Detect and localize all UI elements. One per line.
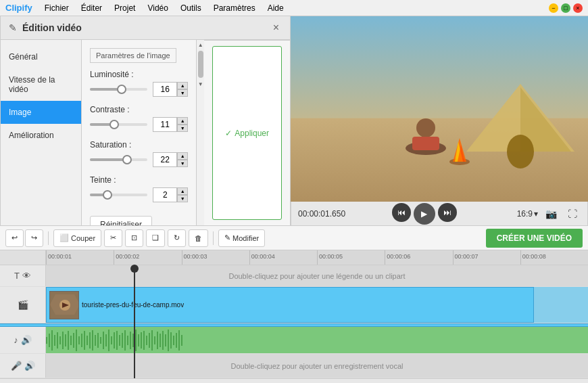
- undo-button[interactable]: ↩: [5, 229, 24, 247]
- panel-close-button[interactable]: ×: [270, 22, 282, 34]
- teinte-increment[interactable]: ▲: [177, 187, 188, 195]
- camera-icon[interactable]: 🎬: [18, 300, 28, 310]
- scroll-thumb[interactable]: [198, 51, 203, 78]
- panel-header: ✎ Édition vidéo ×: [1, 16, 290, 40]
- svg-point-4: [507, 135, 534, 168]
- scissors-button[interactable]: ✂: [104, 229, 122, 247]
- svg-rect-41: [114, 332, 115, 348]
- panel-content-wrapper: Paramètres de l'image Luminosité :: [82, 40, 204, 225]
- tab-vitesse[interactable]: Vitesse de la vidéo: [1, 68, 81, 101]
- teinte-slider[interactable]: [90, 194, 147, 196]
- tick-7: 00:00:07: [453, 250, 520, 265]
- menu-outils[interactable]: Outils: [175, 2, 207, 14]
- vocal-track-content[interactable]: Double-cliquez pour ajouter un enregistr…: [46, 354, 588, 378]
- contraste-value-wrap: ▲ ▼: [153, 117, 188, 132]
- tick-6: 00:00:06: [385, 250, 452, 265]
- modifier-button[interactable]: ✎ Modifier: [218, 229, 265, 247]
- apply-button[interactable]: ✓ Appliquer: [212, 46, 282, 220]
- svg-rect-50: [138, 334, 139, 346]
- clip-thumbnail: [49, 291, 79, 319]
- luminosite-slider[interactable]: [90, 88, 147, 91]
- section-title: Paramètres de l'image: [90, 48, 176, 63]
- luminosite-input[interactable]: [153, 82, 177, 97]
- scrollbar[interactable]: ▲ ▼: [196, 40, 204, 225]
- music-icon[interactable]: ♪: [14, 335, 18, 345]
- redo-button[interactable]: ↪: [25, 229, 43, 247]
- luminosite-row: Luminosité : ▲ ▼: [90, 70, 188, 97]
- maximize-button[interactable]: □: [561, 3, 570, 13]
- video-track-content[interactable]: touriste-pres-du-feu-de-camp.mov: [46, 287, 588, 323]
- menu-editer[interactable]: Éditer: [76, 2, 107, 14]
- saturation-increment[interactable]: ▲: [177, 152, 188, 160]
- screenshot-icon[interactable]: 📷: [542, 207, 560, 221]
- time-display: 00:00:01.650: [298, 209, 359, 219]
- tab-amelioration[interactable]: Amélioration: [1, 124, 81, 147]
- next-button[interactable]: ⏭: [438, 203, 457, 222]
- luminosite-increment[interactable]: ▲: [177, 82, 188, 89]
- microphone-icon[interactable]: 🎤: [11, 361, 22, 371]
- playhead[interactable]: [134, 265, 135, 378]
- scroll-up-button[interactable]: ▲: [197, 41, 204, 48]
- speaker-icon[interactable]: 🔊: [21, 335, 32, 345]
- menu-projet[interactable]: Projet: [109, 2, 141, 14]
- svg-rect-55: [151, 330, 153, 351]
- scroll-down-button[interactable]: ▼: [197, 81, 204, 87]
- text-track-icon[interactable]: T: [14, 271, 20, 281]
- sidebar-tabs: Général Vitesse de la vidéo Image Amélio…: [1, 40, 82, 225]
- teinte-decrement[interactable]: ▼: [177, 195, 188, 202]
- menu-video[interactable]: Vidéo: [142, 2, 173, 14]
- reset-button[interactable]: Réinitialiser: [90, 216, 152, 225]
- copy-button[interactable]: ❑: [146, 229, 165, 247]
- delete-button[interactable]: 🗑: [189, 229, 208, 247]
- video-clip[interactable]: touriste-pres-du-feu-de-camp.mov: [46, 287, 534, 323]
- audio-track-content[interactable]: [46, 327, 588, 353]
- toolbar: ↩ ↪ ⬜ Couper ✂ ⊡ ❑ ↻ 🗑 ✎ Modifier CRÉER …: [0, 226, 588, 250]
- trash-icon: 🗑: [195, 234, 202, 242]
- menu-parametres[interactable]: Paramètres: [208, 2, 261, 14]
- prev-button[interactable]: ⏮: [392, 203, 411, 222]
- saturation-input[interactable]: [153, 152, 177, 167]
- checkmark-icon: ✓: [225, 129, 232, 138]
- rotate-button[interactable]: ↻: [168, 229, 186, 247]
- text-track-content[interactable]: Double-cliquez pour ajouter une légende …: [46, 265, 588, 286]
- aspect-ratio-display[interactable]: 16:9 ▾: [517, 209, 538, 219]
- saturation-decrement[interactable]: ▼: [177, 160, 188, 167]
- teinte-input[interactable]: [153, 187, 177, 202]
- contraste-input[interactable]: [153, 117, 177, 132]
- luminosite-decrement[interactable]: ▼: [177, 89, 188, 97]
- content-scroll[interactable]: Paramètres de l'image Luminosité :: [82, 40, 196, 225]
- svg-rect-34: [95, 335, 96, 346]
- close-button[interactable]: ×: [573, 3, 583, 13]
- speaker-icon-2[interactable]: 🔊: [24, 361, 35, 371]
- minimize-button[interactable]: −: [549, 3, 558, 13]
- contraste-slider[interactable]: [90, 123, 147, 126]
- tab-general[interactable]: Général: [1, 45, 81, 68]
- svg-rect-26: [73, 333, 74, 348]
- panel-footer: ✓ Appliquer: [204, 40, 290, 225]
- play-button[interactable]: ▶: [414, 203, 435, 225]
- svg-rect-66: [181, 335, 182, 346]
- saturation-slider[interactable]: [90, 158, 147, 161]
- tab-image[interactable]: Image: [1, 101, 81, 124]
- contraste-increment[interactable]: ▲: [177, 117, 188, 125]
- svg-rect-60: [165, 334, 166, 346]
- create-video-button[interactable]: CRÉER UNE VIDÉO: [486, 229, 583, 248]
- video-content: [291, 16, 588, 202]
- contraste-label: Contraste :: [90, 105, 188, 114]
- toolbar-separator-2: [213, 231, 214, 245]
- crop-button[interactable]: ⊡: [125, 229, 143, 247]
- menu-fichier[interactable]: Fichier: [39, 2, 74, 14]
- timeline-wrapper: T 👁 Double-cliquez pour ajouter une lége…: [0, 265, 588, 378]
- menu-aide[interactable]: Aide: [262, 2, 289, 14]
- tick-2: 00:00:02: [114, 250, 181, 265]
- svg-rect-57: [157, 332, 158, 349]
- copy-icon: ❑: [152, 233, 159, 242]
- eye-icon[interactable]: 👁: [22, 271, 31, 281]
- cut-button[interactable]: ⬜ Couper: [53, 229, 101, 247]
- svg-rect-20: [57, 332, 58, 348]
- fullscreen-icon[interactable]: ⛶: [564, 207, 581, 221]
- luminosite-value-wrap: ▲ ▼: [153, 82, 188, 97]
- svg-rect-46: [127, 336, 128, 345]
- scissors-icon: ✂: [110, 233, 116, 242]
- contraste-decrement[interactable]: ▼: [177, 125, 188, 132]
